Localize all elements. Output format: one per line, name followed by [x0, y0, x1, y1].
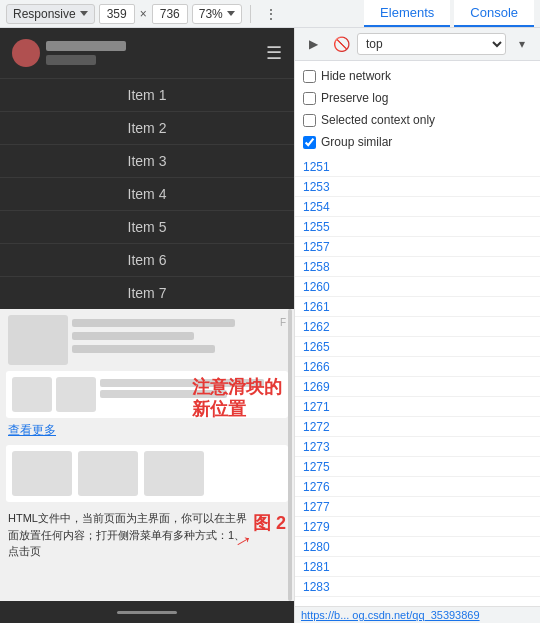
hide-network-label: Hide network [321, 69, 391, 83]
log-item[interactable]: 1271 [295, 397, 540, 417]
log-item[interactable]: 1275 [295, 457, 540, 477]
nav-item-7[interactable]: Item 7 [0, 276, 294, 309]
log-link[interactable]: 1283 [303, 580, 330, 594]
log-link[interactable]: 1266 [303, 360, 330, 374]
scrollbar-hint[interactable] [288, 309, 292, 601]
mobile-nav: Item 1 Item 2 Item 3 Item 4 Item 5 Item … [0, 78, 294, 309]
log-item[interactable]: 1279 [295, 517, 540, 537]
top-toolbar: Responsive × 73% ⋮ Elements Console [0, 0, 540, 28]
nav-item-4[interactable]: Item 4 [0, 177, 294, 210]
toggle-sidebar-button[interactable]: ▶ [301, 32, 325, 56]
log-item[interactable]: 1281 [295, 557, 540, 577]
log-link[interactable]: 1257 [303, 240, 330, 254]
more-options-button[interactable]: ⋮ [259, 2, 283, 26]
log-link[interactable]: 1254 [303, 200, 330, 214]
tab-console[interactable]: Console [454, 0, 534, 27]
log-link[interactable]: 1275 [303, 460, 330, 474]
zoom-chevron [227, 11, 235, 16]
console-log[interactable]: 1251125312541255125712581260126112621265… [295, 157, 540, 606]
log-link[interactable]: 1258 [303, 260, 330, 274]
devtools-panel: ▶ 🚫 top ▾ Hide network Preserve log Sele… [295, 28, 540, 623]
content-card: 注意滑块的 新位置 [6, 371, 288, 418]
log-item[interactable]: 1253 [295, 177, 540, 197]
log-link[interactable]: 1276 [303, 480, 330, 494]
selected-context-checkbox[interactable] [303, 114, 316, 127]
red-text-1: 注意滑块的 [192, 377, 282, 399]
bottom-card [6, 445, 288, 502]
zoom-button[interactable]: 73% [192, 4, 242, 24]
log-item[interactable]: 1251 [295, 157, 540, 177]
responsive-label: Responsive [13, 7, 76, 21]
mobile-logo [12, 39, 126, 67]
blur-text-2 [72, 332, 194, 340]
selected-context-row: Selected context only [303, 109, 532, 131]
nav-item-3[interactable]: Item 3 [0, 144, 294, 177]
log-link[interactable]: 1271 [303, 400, 330, 414]
log-item[interactable]: 1269 [295, 377, 540, 397]
log-item[interactable]: 1262 [295, 317, 540, 337]
toolbar-separator [250, 5, 251, 23]
nav-item-6[interactable]: Item 6 [0, 243, 294, 276]
log-link[interactable]: 1272 [303, 420, 330, 434]
responsive-button[interactable]: Responsive [6, 4, 95, 24]
log-item[interactable]: 1283 [295, 577, 540, 597]
log-link[interactable]: 1269 [303, 380, 330, 394]
group-similar-label: Group similar [321, 135, 392, 149]
log-item[interactable]: 1254 [295, 197, 540, 217]
log-link[interactable]: 1260 [303, 280, 330, 294]
log-item[interactable]: 1255 [295, 217, 540, 237]
width-input[interactable] [99, 4, 135, 24]
bottom-bar-indicator [117, 611, 177, 614]
console-url: https://b... og.csdn.net/qq_35393869 [301, 609, 480, 621]
log-item[interactable]: 1280 [295, 537, 540, 557]
log-item[interactable]: 1266 [295, 357, 540, 377]
hide-network-row: Hide network [303, 65, 532, 87]
see-more-link[interactable]: 查看更多 [0, 420, 294, 441]
hamburger-icon[interactable]: ☰ [266, 42, 282, 64]
blur-text-3 [72, 345, 215, 353]
tab-elements[interactable]: Elements [364, 0, 450, 27]
mobile-header: ☰ [0, 28, 294, 78]
log-link[interactable]: 1255 [303, 220, 330, 234]
preserve-log-row: Preserve log [303, 87, 532, 109]
log-item[interactable]: 1277 [295, 497, 540, 517]
log-item[interactable]: 1265 [295, 337, 540, 357]
nav-item-1[interactable]: Item 1 [0, 78, 294, 111]
logo-text-bar-2 [46, 55, 96, 65]
log-link[interactable]: 1265 [303, 340, 330, 354]
preserve-log-checkbox[interactable] [303, 92, 316, 105]
responsive-group: Responsive [6, 4, 95, 24]
context-select[interactable]: top [357, 33, 506, 55]
clear-console-button[interactable]: 🚫 [329, 32, 353, 56]
blur-img-4 [12, 451, 72, 496]
nav-item-2[interactable]: Item 2 [0, 111, 294, 144]
log-item[interactable]: 1273 [295, 437, 540, 457]
red-text-2: 新位置 [192, 399, 282, 421]
log-item[interactable]: 1272 [295, 417, 540, 437]
log-link[interactable]: 1262 [303, 320, 330, 334]
dimensions-group: × [99, 4, 188, 24]
group-similar-checkbox[interactable] [303, 136, 316, 149]
log-link[interactable]: 1273 [303, 440, 330, 454]
log-link[interactable]: 1279 [303, 520, 330, 534]
log-link[interactable]: 1261 [303, 300, 330, 314]
filter-button[interactable]: ▾ [510, 32, 534, 56]
log-item[interactable]: 1276 [295, 477, 540, 497]
log-link[interactable]: 1281 [303, 560, 330, 574]
log-link[interactable]: 1277 [303, 500, 330, 514]
log-item[interactable]: 1261 [295, 297, 540, 317]
log-item[interactable]: 1257 [295, 237, 540, 257]
log-link[interactable]: 1253 [303, 180, 330, 194]
log-item[interactable]: 1260 [295, 277, 540, 297]
log-link[interactable]: 1251 [303, 160, 330, 174]
height-input[interactable] [152, 4, 188, 24]
blur-text-1 [72, 319, 235, 327]
log-link[interactable]: 1280 [303, 540, 330, 554]
fig-label: 图 2 [253, 510, 286, 537]
responsive-chevron [80, 11, 88, 16]
nav-item-5[interactable]: Item 5 [0, 210, 294, 243]
blur-img-3 [56, 377, 96, 412]
hide-network-checkbox[interactable] [303, 70, 316, 83]
logo-text-bar [46, 41, 126, 51]
log-item[interactable]: 1258 [295, 257, 540, 277]
